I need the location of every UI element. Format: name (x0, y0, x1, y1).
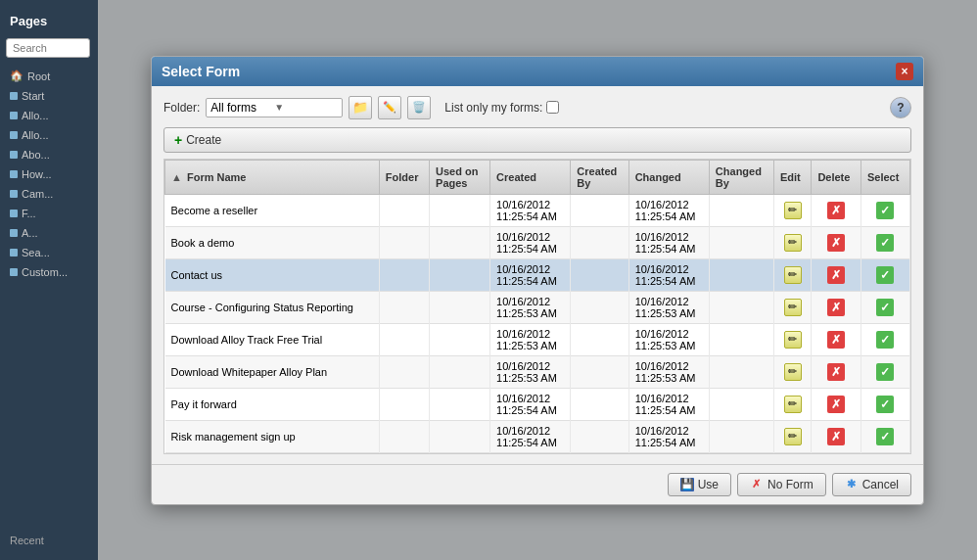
sidebar-item-f[interactable]: F... (0, 204, 98, 223)
table-row[interactable]: Contact us 10/16/201211:25:54 AM 10/16/2… (165, 258, 910, 291)
sidebar-item-custom[interactable]: Custom... (0, 262, 98, 282)
edit-row-button[interactable]: ✏ (782, 426, 804, 447)
delete-row-button[interactable]: ✗ (825, 329, 847, 350)
select-row-button[interactable]: ✓ (874, 329, 896, 350)
table-row[interactable]: Become a reseller 10/16/201211:25:54 AM … (165, 194, 910, 226)
select-row-button[interactable]: ✓ (874, 426, 896, 447)
select-row-button[interactable]: ✓ (874, 200, 896, 221)
cell-delete: ✗ (812, 258, 861, 291)
select-row-button[interactable]: ✓ (874, 264, 896, 286)
col-used[interactable]: Used onPages (430, 160, 490, 194)
cell-created-by (571, 291, 628, 323)
delete-row-button[interactable]: ✗ (825, 394, 847, 415)
col-name[interactable]: ▲ Form Name (165, 160, 380, 194)
cell-name: Course - Configuring Status Reporting (165, 291, 380, 323)
no-form-label: No Form (768, 478, 814, 491)
no-form-button[interactable]: ✗ No Form (737, 473, 826, 496)
dialog-close-button[interactable]: × (896, 63, 913, 80)
table-row[interactable]: Book a demo 10/16/201211:25:54 AM 10/16/… (165, 226, 910, 258)
cell-created-by (571, 323, 628, 355)
cell-created-by (571, 355, 628, 388)
sidebar-item-a[interactable]: A... (0, 223, 98, 243)
select-form-dialog: Select Form × Folder: All forms ▼ 📁 ✏️ (151, 56, 924, 505)
table-row[interactable]: Course - Configuring Status Reporting 10… (165, 291, 910, 323)
edit-row-button[interactable]: ✏ (782, 264, 804, 286)
sidebar-item-start[interactable]: Start (0, 86, 98, 106)
list-only-checkbox[interactable] (546, 101, 559, 114)
cell-created: 10/16/201211:25:54 AM (490, 258, 571, 291)
page-icon (10, 190, 18, 198)
edit-folder-button[interactable]: ✏️ (378, 96, 401, 119)
sidebar-item-sea[interactable]: Sea... (0, 243, 98, 262)
select-row-button[interactable]: ✓ (874, 232, 896, 254)
edit-row-button[interactable]: ✏ (782, 200, 804, 221)
col-created[interactable]: Created (490, 160, 571, 194)
col-changed[interactable]: Changed (628, 160, 709, 194)
edit-folder-icon: ✏️ (383, 101, 396, 114)
col-created-by[interactable]: CreatedBy (571, 160, 628, 194)
delete-row-button[interactable]: ✗ (825, 361, 847, 383)
cell-changed-by (709, 355, 773, 388)
cell-changed-by (709, 291, 773, 323)
edit-row-button[interactable]: ✏ (782, 394, 804, 415)
table-row[interactable]: Download Whitepaper Alloy Plan 10/16/201… (165, 355, 910, 388)
cell-edit: ✏ (773, 388, 811, 420)
cell-changed: 10/16/201211:25:53 AM (628, 355, 709, 388)
toolbar-row: Folder: All forms ▼ 📁 ✏️ 🗑️ (163, 96, 911, 119)
delete-row-button[interactable]: ✗ (825, 297, 847, 318)
delete-row-button[interactable]: ✗ (825, 200, 847, 221)
sort-asc-icon: ▲ (171, 171, 182, 183)
cell-select: ✓ (861, 194, 909, 226)
x-delete-icon: ✗ (827, 331, 845, 349)
list-only-label: List only my forms: (444, 101, 559, 115)
delete-folder-button[interactable]: 🗑️ (407, 96, 431, 119)
delete-row-button[interactable]: ✗ (825, 232, 847, 254)
col-folder[interactable]: Folder (379, 160, 429, 194)
sidebar-item-about[interactable]: Abo... (0, 145, 98, 164)
create-button[interactable]: + Create (163, 127, 911, 153)
cell-name: Risk management sign up (165, 420, 380, 452)
pencil-icon: ✏ (784, 428, 802, 445)
cell-changed: 10/16/201211:25:54 AM (628, 388, 709, 420)
folder-dropdown[interactable]: All forms ▼ (206, 98, 343, 117)
select-row-button[interactable]: ✓ (874, 394, 896, 415)
sidebar-item-allo2[interactable]: Allo... (0, 125, 98, 145)
sidebar-recent-label: Recent (0, 529, 98, 552)
cell-folder (379, 355, 429, 388)
page-icon (10, 229, 18, 237)
cancel-button[interactable]: ✱ Cancel (832, 473, 911, 496)
delete-row-button[interactable]: ✗ (825, 426, 847, 447)
help-button[interactable]: ? (890, 97, 911, 118)
edit-row-button[interactable]: ✏ (782, 232, 804, 254)
sidebar: Pages 🏠 Root Start Allo... Allo... Abo..… (0, 0, 98, 560)
table-row[interactable]: Pay it forward 10/16/201211:25:54 AM 10/… (165, 388, 910, 420)
cell-folder (379, 258, 429, 291)
edit-row-button[interactable]: ✏ (782, 361, 804, 383)
search-input[interactable] (6, 38, 90, 58)
main-area: Select Form × Folder: All forms ▼ 📁 ✏️ (98, 0, 977, 560)
sidebar-item-how[interactable]: How... (0, 164, 98, 184)
select-row-button[interactable]: ✓ (874, 297, 896, 318)
sidebar-item-root[interactable]: 🏠 Root (0, 66, 98, 86)
col-changed-by[interactable]: ChangedBy (709, 160, 773, 194)
sidebar-item-allo1[interactable]: Allo... (0, 106, 98, 125)
sidebar-item-label: Custom... (22, 266, 68, 278)
cell-edit: ✏ (773, 420, 811, 452)
edit-row-button[interactable]: ✏ (782, 329, 804, 350)
delete-row-button[interactable]: ✗ (825, 264, 847, 286)
cell-created-by (571, 258, 628, 291)
use-button[interactable]: 💾 Use (668, 473, 731, 496)
checkmark-icon: ✓ (876, 396, 894, 413)
pencil-icon: ✏ (784, 363, 802, 381)
table-row[interactable]: Risk management sign up 10/16/201211:25:… (165, 420, 910, 452)
cancel-icon: ✱ (845, 478, 859, 491)
select-row-button[interactable]: ✓ (874, 361, 896, 383)
cell-name: Become a reseller (165, 194, 380, 226)
table-row[interactable]: Download Alloy Track Free Trial 10/16/20… (165, 323, 910, 355)
cell-created-by (571, 226, 628, 258)
new-folder-button[interactable]: 📁 (349, 96, 372, 119)
cell-used (430, 388, 490, 420)
plus-icon: + (174, 132, 182, 148)
sidebar-item-cam[interactable]: Cam... (0, 184, 98, 204)
edit-row-button[interactable]: ✏ (782, 297, 804, 318)
